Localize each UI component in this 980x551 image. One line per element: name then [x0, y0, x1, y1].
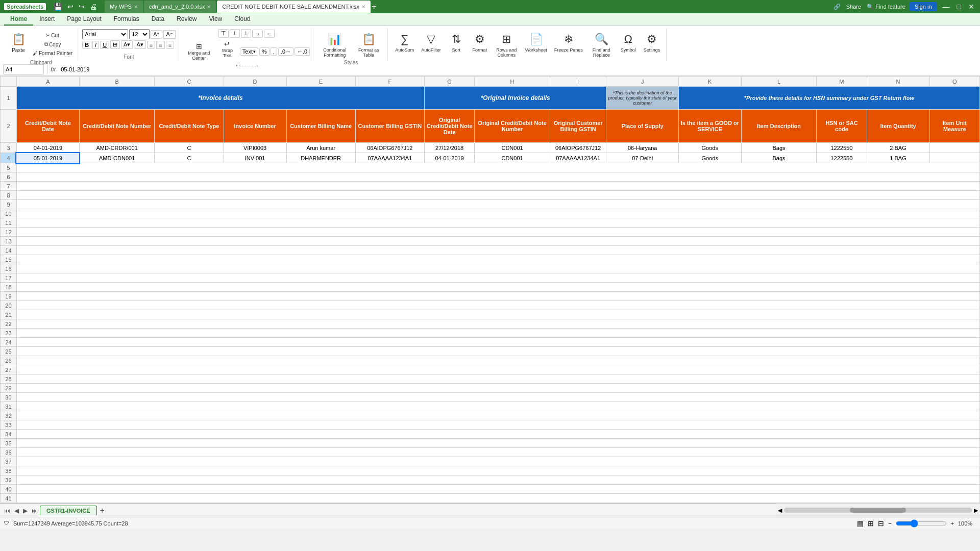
cell-provide-details[interactable]: *Provide these details for HSN summary u…	[678, 87, 979, 110]
border-btn[interactable]: ⊞	[110, 40, 120, 49]
ribbon-tab-page-layout[interactable]: Page Layout	[61, 13, 107, 26]
cell-3-o[interactable]	[929, 143, 979, 153]
font-decrease-btn[interactable]: A⁻	[163, 30, 175, 39]
col-header-f[interactable]: F	[355, 77, 424, 87]
zoom-out-btn[interactable]: −	[888, 520, 891, 527]
qa-redo-btn[interactable]: ↪	[77, 2, 86, 11]
outdent-btn[interactable]: ←	[264, 30, 275, 38]
qa-save-btn[interactable]: 💾	[52, 2, 64, 11]
symbol-button[interactable]: Ω Symbol	[617, 29, 640, 60]
qa-print-btn[interactable]: 🖨	[88, 2, 99, 11]
align-center-btn[interactable]: ≡	[156, 41, 164, 49]
bold-button[interactable]: B	[82, 41, 91, 49]
italic-button[interactable]: I	[92, 41, 99, 49]
cell-original-invoice-details[interactable]: *Original Invoice details	[424, 87, 606, 110]
zoom-in-btn[interactable]: +	[951, 520, 954, 527]
col-header-l[interactable]: L	[741, 77, 817, 87]
cell-4-b[interactable]: AMD-CDN001	[79, 153, 155, 163]
cell-3-j[interactable]: 06-Haryana	[606, 143, 678, 153]
cell-4-k[interactable]: Goods	[678, 153, 741, 163]
col-header-b[interactable]: B	[79, 77, 155, 87]
wrap-text-button[interactable]: ↵ Wrap Text	[216, 39, 239, 64]
copy-button[interactable]: ⧉ Copy	[31, 40, 75, 48]
cell-ref-input[interactable]	[3, 64, 44, 74]
settings-button[interactable]: ⚙ Settings	[641, 29, 664, 60]
row-header-1[interactable]: 1	[1, 87, 17, 110]
cell-3-m[interactable]: 1222550	[817, 143, 867, 153]
cell-3-n[interactable]: 2 BAG	[867, 143, 929, 153]
sheet-nav-first[interactable]: ⏮	[2, 506, 12, 515]
cell-3-f[interactable]: 06AIOPG6767J12	[355, 143, 424, 153]
col-header-original-credit-debit-note-number[interactable]: Original Credit/Debit Note Number	[475, 110, 550, 143]
cell-4-f[interactable]: 07AAAAA1234A1	[355, 153, 424, 163]
col-header-original-customer-billing-gstin[interactable]: Original Customer Billing GSTIN	[550, 110, 606, 143]
share-icon[interactable]: 🔗	[834, 4, 841, 10]
add-tab-btn[interactable]: +	[372, 2, 376, 11]
cell-4-o[interactable]	[929, 153, 979, 163]
cell-4-a[interactable]: 05-01-2019	[16, 153, 79, 163]
bottom-align-btn[interactable]: ⊥	[241, 29, 251, 38]
col-header-customer-billing-gstin[interactable]: Customer Billing GSTIN	[355, 110, 424, 143]
sheet-tab-gstr1-invoice[interactable]: GSTR1-INVOICE	[40, 506, 97, 515]
percent-btn[interactable]: %	[259, 47, 270, 56]
format-table-button[interactable]: 📋 Format as Table	[353, 29, 384, 60]
ribbon-tab-data[interactable]: Data	[145, 13, 170, 26]
sheet-nav-last[interactable]: ⏭	[30, 506, 40, 515]
worksheet-button[interactable]: 📄 Worksheet	[522, 29, 550, 60]
tab-close-icon[interactable]: ✕	[134, 4, 138, 10]
number-format-btn[interactable]: Text▾	[240, 47, 258, 56]
add-sheet-btn[interactable]: +	[97, 506, 108, 515]
row-header-2[interactable]: 2	[1, 110, 17, 143]
col-header-item-quantity[interactable]: Item Quantity	[867, 110, 929, 143]
col-header-n[interactable]: N	[867, 77, 929, 87]
col-header-e[interactable]: E	[286, 77, 355, 87]
horizontal-scrollbar[interactable]	[784, 508, 972, 513]
tab-credit-note[interactable]: CREDIT NOTE DEBIT NOTE SALE AMENDMENT.xl…	[217, 1, 371, 13]
ribbon-tab-view[interactable]: View	[203, 13, 228, 26]
autofilter-button[interactable]: ▽ AutoFilter	[418, 29, 444, 60]
cell-3-e[interactable]: Arun kumar	[286, 143, 355, 153]
tab-cdn-amd[interactable]: cdn_amd_v_2.0.0.xlsx ✕	[144, 1, 216, 13]
ribbon-tab-insert[interactable]: Insert	[33, 13, 61, 26]
col-header-g[interactable]: G	[424, 77, 474, 87]
zoom-slider[interactable]	[896, 519, 947, 528]
col-header-d[interactable]: D	[224, 77, 286, 87]
sheet-nav-prev[interactable]: ◀	[12, 506, 21, 515]
col-header-j[interactable]: J	[606, 77, 678, 87]
merge-center-button[interactable]: ⊞ Merge and Center	[183, 40, 215, 63]
col-header-credit-debit-type[interactable]: Credit/Debit Note Type	[155, 110, 224, 143]
cell-invoice-details[interactable]: *Invoice details	[16, 87, 424, 110]
middle-align-btn[interactable]: ⊥	[230, 29, 240, 38]
sort-button[interactable]: ⇅ Sort	[445, 29, 468, 60]
page-layout-view-btn[interactable]: ⊞	[868, 519, 874, 528]
cell-3-a[interactable]: 04-01-2019	[16, 143, 79, 153]
autosum-button[interactable]: ∑ AutoSum	[392, 29, 417, 60]
align-right-btn[interactable]: ≡	[166, 41, 174, 49]
ribbon-tab-review[interactable]: Review	[170, 13, 203, 26]
paste-button[interactable]: 📋 Paste	[7, 29, 30, 60]
format-button[interactable]: ⚙ Format	[469, 29, 491, 60]
dec-increase-btn[interactable]: .0→	[278, 47, 293, 56]
col-header-m[interactable]: M	[817, 77, 867, 87]
underline-button[interactable]: U	[100, 41, 109, 49]
cell-4-d[interactable]: INV-001	[224, 153, 286, 163]
cell-3-k[interactable]: Goods	[678, 143, 741, 153]
col-header-item-description[interactable]: Item Description	[741, 110, 817, 143]
conditional-formatting-button[interactable]: 📊 Conditional Formatting	[317, 29, 352, 60]
row-header-3[interactable]: 3	[1, 143, 17, 153]
cell-4-l[interactable]: Bags	[741, 153, 817, 163]
indent-btn[interactable]: →	[252, 30, 263, 38]
cell-3-c[interactable]: C	[155, 143, 224, 153]
tab-my-wps[interactable]: My WPS ✕	[105, 1, 143, 13]
find-replace-button[interactable]: 🔍 Find and Replace	[587, 29, 616, 60]
font-increase-btn[interactable]: A⁺	[151, 30, 162, 39]
cell-3-d[interactable]: VIPI0003	[224, 143, 286, 153]
dec-decrease-btn[interactable]: ←.0	[295, 47, 310, 56]
cell-3-h[interactable]: CDN001	[475, 143, 550, 153]
col-header-place-of-supply[interactable]: Place of Supply	[606, 110, 678, 143]
font-name-select[interactable]: Arial	[82, 29, 128, 39]
col-header-original-credit-debit-note-date[interactable]: Original Credit/Debit Note Date	[424, 110, 474, 143]
tab-close-icon[interactable]: ✕	[207, 4, 211, 10]
ribbon-tab-cloud[interactable]: Cloud	[228, 13, 256, 26]
col-header-is-item[interactable]: Is the item a GOOD or SERVICE	[678, 110, 741, 143]
